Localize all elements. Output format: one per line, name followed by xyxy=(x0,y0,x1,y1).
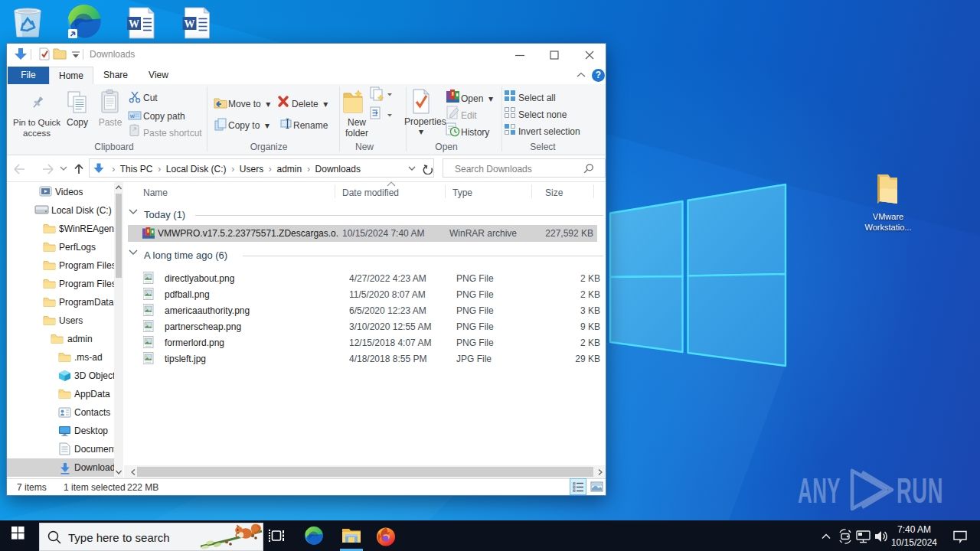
svg-text:RUN: RUN xyxy=(897,470,943,510)
svg-text:ANY: ANY xyxy=(798,470,841,510)
svg-text:W: W xyxy=(129,18,139,30)
